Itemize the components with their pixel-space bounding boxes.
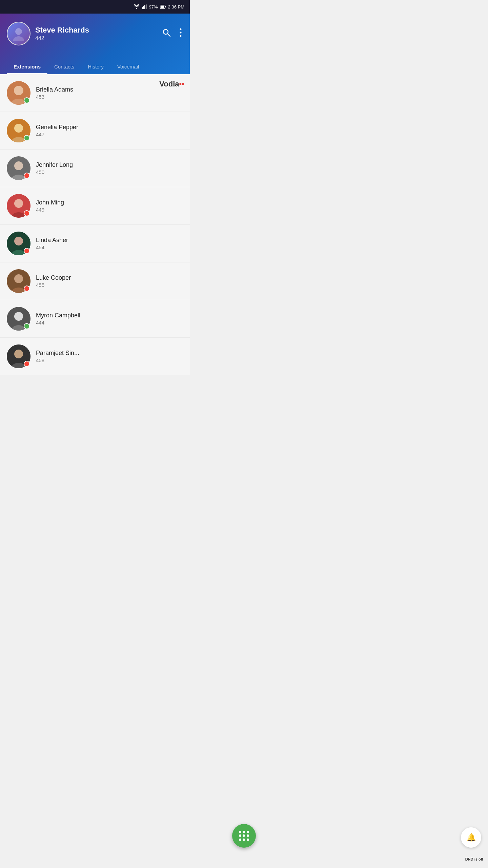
- avatar-wrap: [7, 194, 30, 218]
- list-item[interactable]: Linda Asher 454: [0, 225, 190, 262]
- header-user: Steve Richards 442: [7, 22, 89, 45]
- avatar-wrap: [7, 156, 30, 180]
- list-item[interactable]: Jennifer Long 450: [0, 150, 190, 187]
- header-actions: [161, 27, 183, 40]
- user-avatar-svg: [11, 26, 26, 41]
- svg-point-24: [14, 199, 23, 208]
- avatar-wrap: [7, 81, 30, 105]
- header: Steve Richards 442 Extensions: [0, 14, 190, 74]
- contact-info: John Ming 449: [36, 199, 183, 213]
- contact-name: Myron Campbell: [36, 312, 183, 319]
- status-dot-busy: [24, 361, 30, 367]
- contact-list: Briella Adams 453 Genelia Pepper 447: [0, 74, 190, 375]
- status-dot-online: [24, 135, 30, 141]
- status-dot-online: [24, 97, 30, 103]
- contact-name: Linda Asher: [36, 237, 183, 244]
- svg-rect-6: [165, 6, 166, 7]
- search-icon: [162, 28, 171, 37]
- contact-ext: 453: [36, 94, 183, 100]
- vodia-logo: Vodia••: [159, 80, 184, 88]
- status-dot-busy: [24, 173, 30, 179]
- tab-extensions[interactable]: Extensions: [7, 59, 47, 74]
- svg-rect-1: [143, 6, 144, 9]
- contact-info: Jennifer Long 450: [36, 161, 183, 175]
- status-dot-busy: [24, 248, 30, 254]
- contact-info: Luke Cooper 455: [36, 274, 183, 288]
- svg-point-11: [180, 28, 182, 30]
- svg-rect-5: [160, 6, 164, 8]
- status-dot-online: [24, 323, 30, 329]
- avatar-wrap: [7, 232, 30, 255]
- battery-icon: [160, 5, 166, 9]
- svg-rect-3: [146, 4, 147, 9]
- list-item[interactable]: Myron Campbell 444: [0, 300, 190, 338]
- avatar-wrap: [7, 344, 30, 368]
- avatar[interactable]: [7, 22, 30, 45]
- status-dot-busy: [24, 210, 30, 216]
- status-icons: 97% 2:36 PM: [134, 4, 184, 9]
- tab-voicemail[interactable]: Voicemail: [110, 59, 146, 74]
- contact-ext: 447: [36, 132, 183, 137]
- time-text: 2:36 PM: [168, 4, 184, 9]
- svg-point-13: [180, 35, 182, 37]
- content: Vodia•• Briella Adams 453: [0, 74, 190, 375]
- tab-contacts[interactable]: Contacts: [47, 59, 81, 74]
- contact-info: Genelia Pepper 447: [36, 124, 183, 137]
- svg-line-10: [168, 34, 170, 37]
- contact-info: Linda Asher 454: [36, 237, 183, 250]
- svg-rect-2: [144, 5, 145, 9]
- list-item[interactable]: Luke Cooper 455: [0, 262, 190, 300]
- contact-ext: 455: [36, 282, 183, 288]
- svg-point-8: [13, 36, 24, 41]
- svg-point-33: [14, 312, 23, 321]
- avatar-wrap: [7, 119, 30, 142]
- contact-info: Paramjeet Sin... 458: [36, 350, 183, 363]
- vodia-dot: ••: [179, 80, 184, 88]
- header-top: Steve Richards 442: [7, 22, 183, 45]
- avatar-wrap: [7, 269, 30, 293]
- more-options-button[interactable]: [178, 27, 183, 40]
- contact-ext: 450: [36, 169, 183, 175]
- contact-name: Jennifer Long: [36, 161, 183, 169]
- svg-point-7: [15, 28, 22, 35]
- battery-text: 97%: [149, 4, 158, 9]
- svg-point-36: [14, 350, 23, 358]
- contact-ext: 454: [36, 244, 183, 250]
- contact-info: Myron Campbell 444: [36, 312, 183, 326]
- list-item[interactable]: Paramjeet Sin... 458: [0, 338, 190, 375]
- status-bar: 97% 2:36 PM: [0, 0, 190, 14]
- svg-point-30: [14, 274, 23, 283]
- svg-point-21: [14, 161, 23, 170]
- svg-rect-0: [142, 7, 143, 9]
- svg-point-12: [180, 32, 182, 34]
- contact-ext: 449: [36, 207, 183, 213]
- header-info: Steve Richards 442: [35, 26, 89, 41]
- svg-point-18: [14, 124, 23, 133]
- header-extension: 442: [35, 35, 89, 41]
- search-button[interactable]: [161, 27, 172, 40]
- signal-icon: [142, 4, 147, 9]
- more-icon: [180, 28, 182, 37]
- contact-name: John Ming: [36, 199, 183, 206]
- contact-ext: 458: [36, 357, 183, 363]
- contact-ext: 444: [36, 320, 183, 326]
- svg-point-15: [14, 86, 23, 95]
- list-item[interactable]: John Ming 449: [0, 187, 190, 225]
- list-item[interactable]: Genelia Pepper 447: [0, 112, 190, 150]
- contact-name: Genelia Pepper: [36, 124, 183, 131]
- tabs: Extensions Contacts History Voicemail: [7, 59, 183, 74]
- avatar-img: [7, 22, 30, 45]
- header-name: Steve Richards: [35, 26, 89, 35]
- wifi-icon: [134, 4, 140, 9]
- svg-point-27: [14, 237, 23, 245]
- avatar-wrap: [7, 307, 30, 331]
- status-dot-busy: [24, 285, 30, 292]
- contact-name: Paramjeet Sin...: [36, 350, 183, 357]
- tab-history[interactable]: History: [81, 59, 110, 74]
- contact-name: Luke Cooper: [36, 274, 183, 281]
